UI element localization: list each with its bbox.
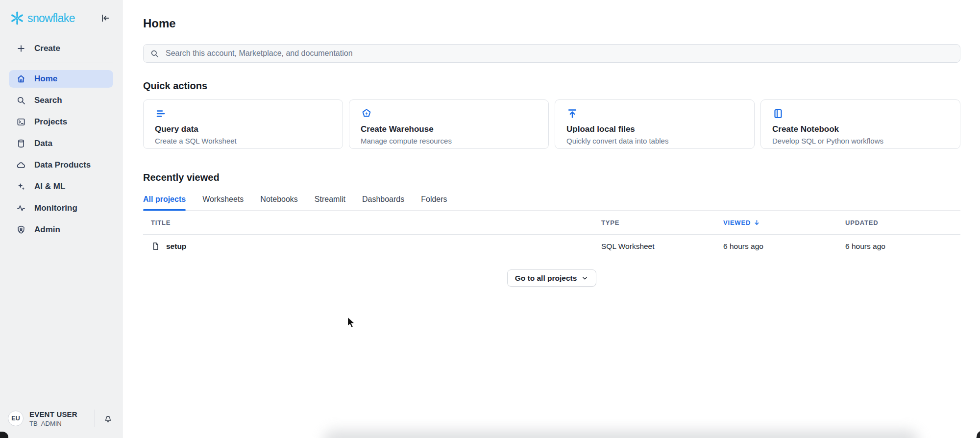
user-area[interactable]: EU EVENT USER TB_ADMIN <box>0 410 122 438</box>
logo-row: snowflake <box>0 0 122 25</box>
table-footer: Go to all projects <box>143 269 960 287</box>
cell-title: setup <box>151 242 601 251</box>
table-header-row: TITLETYPEVIEWEDUPDATED <box>143 211 960 235</box>
quick-actions-heading: Quick actions <box>143 80 960 92</box>
card-title: Create Warehouse <box>361 124 537 134</box>
notifications-bell-button[interactable] <box>101 414 115 424</box>
quick-action-query-data[interactable]: Query dataCreate a SQL Worksheet <box>143 99 343 149</box>
sidebar-item-search[interactable]: Search <box>9 92 113 109</box>
sort-desc-icon <box>753 219 760 226</box>
snowflake-icon <box>10 11 24 25</box>
sidebar-item-data[interactable]: Data <box>9 135 113 152</box>
recently-viewed-table: TITLETYPEVIEWEDUPDATEDsetupSQL Worksheet… <box>143 211 960 258</box>
shield-user-icon <box>16 225 26 235</box>
card-subtitle: Quickly convert data into tables <box>566 137 743 145</box>
create-label: Create <box>34 44 60 53</box>
avatar[interactable]: EU <box>8 411 24 426</box>
user-meta: EVENT USER TB_ADMIN <box>29 410 89 427</box>
go-to-all-projects-button[interactable]: Go to all projects <box>507 269 597 287</box>
tab-dashboards[interactable]: Dashboards <box>362 195 404 210</box>
user-name: EVENT USER <box>29 410 89 418</box>
card-title: Upload local files <box>566 124 743 134</box>
page-title: Home <box>143 17 960 30</box>
plus-icon <box>16 44 26 53</box>
recently-viewed-heading: Recently viewed <box>143 172 960 183</box>
user-role: TB_ADMIN <box>29 420 89 427</box>
home-icon <box>16 74 26 84</box>
card-subtitle: Manage compute resources <box>361 137 537 145</box>
card-title: Create Notebook <box>772 124 949 134</box>
search-input[interactable] <box>165 49 954 58</box>
brand-wordmark: snowflake <box>27 12 75 25</box>
sidebar-item-label: Data Products <box>34 160 91 170</box>
sidebar: snowflake Create <box>0 0 122 438</box>
column-header-viewed[interactable]: VIEWED <box>723 219 845 226</box>
sidebar-item-home[interactable]: Home <box>9 70 113 88</box>
tab-notebooks[interactable]: Notebooks <box>260 195 298 210</box>
cell-type: SQL Worksheet <box>601 242 723 251</box>
sidebar-item-ai-ml[interactable]: AI & ML <box>9 178 113 195</box>
upload-icon <box>566 108 578 120</box>
sidebar-item-label: Data <box>34 139 52 148</box>
cloud-icon <box>16 160 26 170</box>
sidebar-item-monitoring[interactable]: Monitoring <box>9 199 113 217</box>
sidebar-item-admin[interactable]: Admin <box>9 221 113 239</box>
sidebar-item-label: Monitoring <box>34 203 77 213</box>
sidebar-top: snowflake Create <box>0 0 122 243</box>
notebook-icon <box>772 108 784 120</box>
sidebar-item-label: AI & ML <box>34 182 65 192</box>
column-header-type[interactable]: TYPE <box>601 219 723 226</box>
snowsight-app: snowflake Create <box>0 0 980 438</box>
snowflake-logo: snowflake <box>10 11 75 25</box>
chevron-down-icon <box>581 274 588 282</box>
tab-worksheets[interactable]: Worksheets <box>202 195 244 210</box>
global-search[interactable] <box>143 44 960 63</box>
table-row[interactable]: setupSQL Worksheet6 hours ago6 hours ago <box>143 235 960 258</box>
recently-viewed-tabs: All projectsWorksheetsNotebooksStreamlit… <box>143 195 960 211</box>
warehouse-icon <box>361 108 372 120</box>
column-header-updated[interactable]: UPDATED <box>845 219 960 226</box>
sidebar-item-data-products[interactable]: Data Products <box>9 156 113 174</box>
card-title: Query data <box>155 124 331 134</box>
sparkles-icon <box>16 182 26 192</box>
quick-actions-cards: Query dataCreate a SQL WorksheetCreate W… <box>143 99 960 149</box>
quick-action-upload-local-files[interactable]: Upload local filesQuickly convert data i… <box>555 99 755 149</box>
activity-icon <box>16 203 26 213</box>
sidebar-item-label: Home <box>34 74 57 84</box>
sidebar-item-label: Projects <box>34 117 67 127</box>
quick-action-create-warehouse[interactable]: Create WarehouseManage compute resources <box>349 99 549 149</box>
column-header-title[interactable]: TITLE <box>151 219 601 226</box>
projects-icon <box>16 117 26 127</box>
document-icon <box>151 242 160 251</box>
main-content: Home Quick actions Query dataCreate a SQ… <box>122 0 980 438</box>
sidebar-divider <box>9 63 113 63</box>
cell-viewed: 6 hours ago <box>723 242 845 251</box>
tab-streamlit[interactable]: Streamlit <box>315 195 345 210</box>
sidebar-item-label: Search <box>34 96 62 105</box>
collapse-icon <box>99 13 110 24</box>
bell-icon <box>103 414 113 424</box>
sidebar-item-projects[interactable]: Projects <box>9 113 113 131</box>
card-subtitle: Develop SQL or Python workflows <box>772 137 949 145</box>
user-divider <box>95 410 95 427</box>
tab-folders[interactable]: Folders <box>421 195 447 210</box>
worksheet-icon <box>155 108 167 120</box>
card-subtitle: Create a SQL Worksheet <box>155 137 331 145</box>
cell-updated: 6 hours ago <box>845 242 960 251</box>
sidebar-nav: HomeSearchProjectsDataData ProductsAI & … <box>0 70 122 239</box>
tab-all-projects[interactable]: All projects <box>143 195 186 210</box>
search-icon <box>16 96 26 105</box>
sidebar-item-label: Admin <box>34 225 60 235</box>
database-icon <box>16 139 26 148</box>
collapse-sidebar-button[interactable] <box>99 13 110 24</box>
create-button[interactable]: Create <box>9 40 113 57</box>
search-icon <box>150 49 159 58</box>
quick-action-create-notebook[interactable]: Create NotebookDevelop SQL or Python wor… <box>760 99 960 149</box>
